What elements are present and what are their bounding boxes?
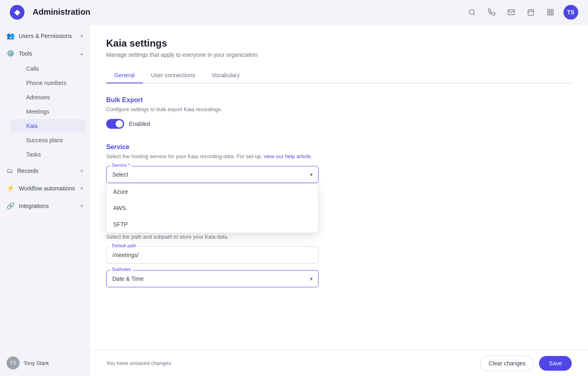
sidebar-item-records[interactable]: 🗂 Records ▾ <box>0 163 89 179</box>
app-logo: ◆ <box>10 5 24 20</box>
location-section: Location Select the path and subpath to … <box>106 224 572 287</box>
topbar: ◆ Administration TS <box>0 0 588 25</box>
default-path-input[interactable] <box>106 246 318 264</box>
svg-point-0 <box>469 9 474 14</box>
bottom-bar: You have unsaved changes Clear changes S… <box>90 350 588 376</box>
sidebar: 👥 Users & Permissions ▾ ⚙️ Tools ▴ Calls… <box>0 25 90 376</box>
svg-rect-8 <box>548 13 550 15</box>
sidebar-section-tools: ⚙️ Tools ▴ Calls Phone numbers Adresses … <box>0 45 89 161</box>
service-desc-text: Select the hosting service for your Kaia… <box>106 153 264 159</box>
svg-rect-5 <box>548 9 550 11</box>
calendar-icon[interactable] <box>524 6 537 19</box>
chevron-down-icon: ▾ <box>80 33 83 39</box>
sidebar-user-avatar[interactable]: TS <box>7 356 20 369</box>
service-select[interactable]: Select Azure AWS SFTP <box>106 166 318 183</box>
sidebar-records-label: Records <box>17 168 76 174</box>
service-dropdown-popup: Azure AWS SFTP <box>106 183 318 233</box>
location-desc: Select the path and subpath to store you… <box>106 234 572 240</box>
bulk-export-section: Bulk Export Configure settings to bulk e… <box>106 96 572 129</box>
default-path-label: Default path <box>110 243 138 248</box>
sidebar-item-integrations[interactable]: 🔗 Integrations ▾ <box>0 198 89 214</box>
tools-icon: ⚙️ <box>7 49 15 57</box>
bulk-export-title: Bulk Export <box>106 96 572 104</box>
save-button[interactable]: Save <box>539 356 572 371</box>
svg-rect-6 <box>551 9 553 11</box>
workflow-icon: ⚡ <box>7 184 15 192</box>
tab-user-connections[interactable]: User connections <box>143 68 203 83</box>
sidebar-item-users-permissions[interactable]: 👥 Users & Permissions ▾ <box>0 28 89 44</box>
sidebar-section-users: 👥 Users & Permissions ▾ <box>0 28 89 44</box>
sidebar-user-name: Tony Stark <box>24 360 49 366</box>
subfolder-field-group: Subfolder Date & Time ▾ <box>106 270 318 287</box>
topbar-icons: TS <box>466 5 578 20</box>
records-icon: 🗂 <box>7 167 13 175</box>
sidebar-item-kaia[interactable]: Kaia <box>10 119 86 133</box>
sidebar-item-tools[interactable]: ⚙️ Tools ▴ <box>0 45 89 61</box>
default-path-field-group: Default path <box>106 246 318 264</box>
help-article-link[interactable]: view our help article <box>264 153 311 159</box>
mail-icon[interactable] <box>505 6 518 19</box>
clear-changes-button[interactable]: Clear changes <box>480 356 534 371</box>
service-desc-after: . <box>311 153 312 159</box>
sidebar-nav: 👥 Users & Permissions ▾ ⚙️ Tools ▴ Calls… <box>0 25 89 349</box>
sidebar-workflow-label: Workflow automations <box>19 185 76 192</box>
grid-icon[interactable] <box>544 6 557 19</box>
bulk-export-desc: Configure settings to bulk export Kaia r… <box>106 106 572 112</box>
page-tabs: General User connections Vocabulary <box>106 68 572 83</box>
phone-icon[interactable] <box>485 6 498 19</box>
main-content: Kaia settings Manage settings that apply… <box>90 25 588 376</box>
bulk-export-toggle-row: Enabled <box>106 119 572 129</box>
service-option-aws-item[interactable]: AWS <box>107 200 318 216</box>
service-section: Service Select the hosting service for y… <box>106 143 572 209</box>
service-option-sftp-item[interactable]: SFTP <box>107 216 318 233</box>
sidebar-section-workflow: ⚡ Workflow automations ▾ <box>0 180 89 196</box>
sidebar-tools-submenu: Calls Phone numbers Adresses Meetings Ka… <box>0 62 89 161</box>
bulk-export-toggle-label: Enabled <box>129 121 150 127</box>
sidebar-item-success-plans[interactable]: Success plans <box>10 133 86 147</box>
sidebar-item-addresses[interactable]: Adresses <box>10 90 86 104</box>
service-option-azure-item[interactable]: Azure <box>107 184 318 200</box>
sidebar-item-workflow[interactable]: ⚡ Workflow automations ▾ <box>0 180 89 196</box>
unsaved-changes-message: You have unsaved changes <box>106 360 475 366</box>
sidebar-footer: TS Tony Stark <box>0 349 89 376</box>
chevron-down-icon-integrations: ▾ <box>80 203 83 209</box>
chevron-up-icon: ▴ <box>80 51 83 56</box>
sidebar-section-records: 🗂 Records ▾ <box>0 163 89 179</box>
service-desc: Select the hosting service for your Kaia… <box>106 153 572 159</box>
users-icon: 👥 <box>7 32 15 40</box>
sidebar-item-meetings[interactable]: Meetings <box>10 105 86 119</box>
search-icon[interactable] <box>466 6 479 19</box>
sidebar-item-calls[interactable]: Calls <box>10 62 86 76</box>
topbar-title: Administration <box>33 7 466 17</box>
sidebar-item-tasks[interactable]: Tasks <box>10 148 86 161</box>
service-title: Service <box>106 143 572 151</box>
integrations-icon: 🔗 <box>7 202 15 210</box>
sidebar-item-phone-numbers[interactable]: Phone numbers <box>10 76 86 90</box>
sidebar-section-integrations: 🔗 Integrations ▾ <box>0 198 89 214</box>
service-field-label: Service * <box>110 163 131 168</box>
tab-vocabulary[interactable]: Vocabulary <box>203 68 248 83</box>
bulk-export-toggle[interactable] <box>106 119 124 129</box>
service-field-group: Service * Select Azure AWS SFTP ▾ Azure … <box>106 166 318 183</box>
page-title: Kaia settings <box>106 38 572 49</box>
tab-general[interactable]: General <box>106 68 143 83</box>
subfolder-label: Subfolder <box>110 267 133 272</box>
page-subtitle: Manage settings that apply to everyone i… <box>106 51 572 58</box>
user-avatar[interactable]: TS <box>564 5 578 20</box>
subfolder-select[interactable]: Date & Time <box>106 270 318 287</box>
chevron-down-icon-records: ▾ <box>80 168 83 174</box>
sidebar-section-tools-label: Tools <box>19 50 76 57</box>
chevron-down-icon-workflow: ▾ <box>80 186 83 191</box>
sidebar-integrations-label: Integrations <box>19 203 76 209</box>
svg-rect-7 <box>551 13 553 15</box>
svg-rect-1 <box>528 10 534 16</box>
sidebar-section-label: Users & Permissions <box>19 33 76 39</box>
